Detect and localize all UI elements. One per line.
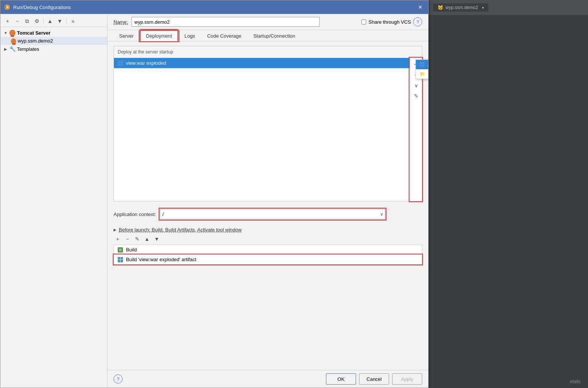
move-down-button[interactable]: ▼ [56, 17, 64, 25]
before-launch-add-button[interactable]: + [114, 235, 122, 243]
build-icon: B [118, 247, 123, 253]
title-bar: Run/Debug Configurations × [0, 0, 428, 14]
artifact-build-label: Build 'view:war exploded' artifact [126, 257, 196, 262]
more-button[interactable]: » [69, 17, 77, 25]
apply-button[interactable]: Apply [392, 373, 422, 385]
context-dropdown-button[interactable]: ∨ [379, 211, 385, 217]
tab-deployment[interactable]: Deployment [140, 30, 178, 41]
tomcat-expand-arrow: ▼ [3, 31, 8, 35]
add-config-button[interactable]: + [3, 17, 12, 25]
templates-expand-arrow: ▶ [3, 47, 8, 51]
app-context-input-wrap: ∨ [160, 209, 385, 219]
tab-code-coverage[interactable]: Code Coverage [202, 30, 247, 41]
close-button[interactable]: × [416, 3, 424, 11]
app-context-input[interactable] [160, 209, 379, 219]
down-arrow-icon: ∨ [414, 82, 418, 88]
sidebar-demo-item[interactable]: wyp.ssm.demo2 [0, 37, 107, 45]
deploy-panel: Deploy at the server startup [114, 46, 422, 201]
war-exploded-label: view:war exploded [126, 60, 166, 66]
sidebar-templates-item[interactable]: ▶ 🔧 Templates [0, 45, 107, 53]
name-row: Name: Share through VCS ? [108, 14, 428, 30]
before-launch-down-button[interactable]: ▼ [153, 235, 161, 243]
before-launch-up-button[interactable]: ▲ [143, 235, 151, 243]
tab-logs[interactable]: Logs [179, 30, 201, 41]
cancel-button[interactable]: Cancel [359, 373, 389, 385]
deploy-add-button[interactable]: + [411, 59, 421, 69]
before-launch-artifact-item[interactable]: Build 'view:war exploded' artifact [114, 255, 422, 264]
edit-icon: ✎ [414, 93, 418, 99]
artifact-option[interactable]: Artifact... [416, 60, 429, 69]
before-launch-build-item[interactable]: B Build [114, 245, 422, 255]
deploy-edit-button[interactable]: ✎ [411, 91, 421, 101]
ide-tab-label: wyp.ssm.demo2 [446, 5, 478, 10]
artifact-option-icon [420, 62, 425, 67]
sidebar-tomcat-server-group[interactable]: ▼ Tomcat Server [0, 29, 107, 37]
demo-label: wyp.ssm.demo2 [18, 38, 53, 44]
ide-side-label: etails [570, 379, 580, 384]
before-launch-edit-button[interactable]: ✎ [133, 235, 141, 243]
before-launch-remove-button[interactable]: − [123, 235, 132, 243]
bottom-bar: ? OK Cancel Apply [108, 370, 428, 388]
tomcat-server-label: Tomcat Server [17, 30, 50, 36]
before-launch-artifact-icon [118, 257, 123, 262]
share-checkbox[interactable] [361, 20, 366, 24]
before-launch-label: Before launch: Build, Build Artifacts, A… [119, 227, 242, 233]
deploy-header: Deploy at the server startup [114, 46, 422, 58]
help-button[interactable]: ? [114, 374, 123, 383]
artifact-dropdown: Artifact... 📁 External Source... [415, 59, 429, 79]
ide-background: 🐱 wyp.ssm.demo2 ▾ etails [426, 0, 588, 388]
demo-icon [11, 38, 16, 44]
tabs-bar: Server Deployment Logs Code Coverage Sta… [108, 30, 428, 41]
remove-config-button[interactable]: − [13, 17, 21, 25]
ide-tab: 🐱 wyp.ssm.demo2 ▾ [433, 3, 488, 12]
run-debug-icon [4, 4, 10, 10]
deployment-content: Deploy at the server startup [108, 41, 428, 370]
external-source-option[interactable]: 📁 External Source... [416, 69, 429, 79]
run-debug-dialog: Run/Debug Configurations × + − ⧉ ⚙ ▲ ▼ »… [0, 0, 429, 388]
external-source-label: External Source... [428, 71, 429, 77]
before-launch-expand-arrow[interactable]: ▶ [114, 228, 117, 232]
dialog-body: + − ⧉ ⚙ ▲ ▼ » ▼ Tomcat Server [0, 14, 428, 388]
share-label: Share through VCS [368, 19, 411, 25]
title-bar-left: Run/Debug Configurations [4, 4, 71, 10]
before-launch-section: ▶ Before launch: Build, Build Artifacts,… [114, 225, 422, 265]
name-input[interactable] [132, 17, 320, 27]
settings-config-button[interactable]: ⚙ [33, 17, 41, 25]
deploy-list: view:war exploded [114, 58, 410, 201]
main-content: Name: Share through VCS ? Server Deploym… [108, 14, 428, 388]
deploy-item-war-exploded[interactable]: view:war exploded [114, 58, 410, 68]
toolbar-sep2 [66, 18, 67, 24]
tab-startup-connection[interactable]: Startup/Connection [248, 30, 301, 41]
templates-icon: 🔧 [9, 46, 15, 52]
name-label: Name: [114, 19, 128, 25]
sidebar-tree: ▼ Tomcat Server wyp.ssm.demo2 ▶ 🔧 Templa… [0, 27, 107, 55]
deploy-list-area: view:war exploded + [114, 58, 422, 201]
before-launch-toolbar: + − ✎ ▲ ▼ [114, 234, 422, 245]
build-label: Build [126, 247, 137, 253]
share-area: Share through VCS ? [361, 17, 422, 26]
dialog-title: Run/Debug Configurations [13, 5, 71, 10]
external-source-icon: 📁 [420, 72, 425, 77]
sidebar-toolbar: + − ⧉ ⚙ ▲ ▼ » [0, 15, 107, 27]
copy-config-button[interactable]: ⧉ [23, 17, 31, 25]
toolbar-sep1 [43, 18, 44, 24]
move-up-button[interactable]: ▲ [46, 17, 54, 25]
share-help-button[interactable]: ? [413, 17, 422, 26]
ok-button[interactable]: OK [326, 373, 356, 385]
tab-server[interactable]: Server [114, 30, 139, 41]
deploy-side-buttons: + [410, 58, 422, 201]
ide-top-bar: 🐱 wyp.ssm.demo2 ▾ [426, 0, 588, 15]
app-context-row: Application context: ∨ [114, 206, 422, 222]
artifact-option-label: Artifact... [428, 62, 429, 67]
before-launch-list: B Build Build 'view:war exploded' a [114, 245, 422, 265]
deploy-down-arrow-button[interactable]: ∨ [411, 81, 421, 90]
app-context-label: Application context: [114, 211, 156, 217]
bottom-right: OK Cancel Apply [326, 373, 422, 385]
war-exploded-icon [118, 61, 123, 66]
sidebar: + − ⧉ ⚙ ▲ ▼ » ▼ Tomcat Server [0, 14, 108, 388]
svg-point-2 [5, 6, 6, 8]
tomcat-server-icon [9, 30, 15, 36]
templates-label: Templates [17, 46, 39, 52]
before-launch-header: ▶ Before launch: Build, Build Artifacts,… [114, 225, 422, 234]
